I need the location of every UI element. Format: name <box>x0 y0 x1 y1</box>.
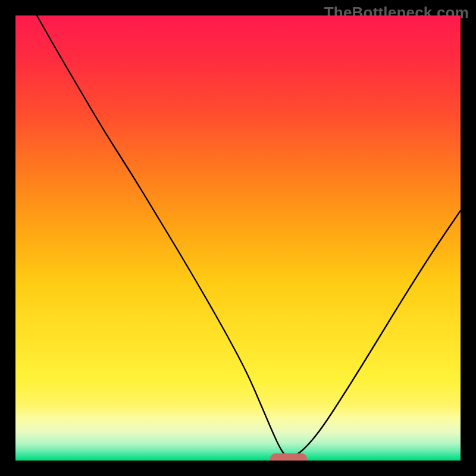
plot-area <box>15 15 461 461</box>
bottleneck-curve <box>15 15 461 461</box>
chart-frame: TheBottleneck.com <box>0 0 476 476</box>
optimal-range-marker <box>270 453 307 461</box>
